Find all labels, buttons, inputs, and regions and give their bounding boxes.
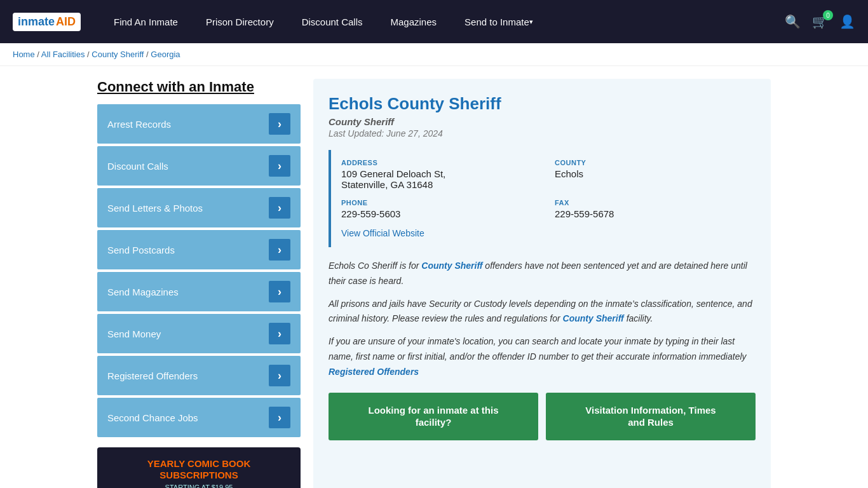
address-label: ADDRESS [341, 159, 542, 166]
sidebar-arrow-icon: › [269, 281, 290, 302]
sidebar-item-send-money[interactable]: Send Money › [97, 314, 301, 353]
registered-offenders-link[interactable]: Registered Offenders [329, 367, 419, 377]
facility-type: County Sheriff [329, 116, 756, 127]
cart-icon[interactable]: 🛒 0 [812, 14, 828, 29]
sidebar-item-label: Send Magazines [107, 287, 179, 297]
facility-info-box: ADDRESS 109 General Deloach St, Statenvi… [329, 150, 756, 247]
ad-starting: STARTING AT $19.95 [113, 484, 285, 488]
county-field: COUNTY Echols [555, 159, 756, 190]
sidebar-item-label: Discount Calls [107, 161, 168, 172]
description-para1: Echols Co Sheriff is for County Sheriff … [329, 259, 756, 289]
sidebar-item-discount-calls[interactable]: Discount Calls › [97, 146, 301, 186]
sidebar-item-send-magazines[interactable]: Send Magazines › [97, 272, 301, 311]
sidebar-arrow-icon: › [269, 155, 290, 177]
sidebar-ad[interactable]: YEARLY COMIC BOOK SUBSCRIPTIONS STARTING… [97, 447, 301, 488]
cart-badge: 0 [823, 10, 833, 20]
sidebar-item-label: Send Money [107, 329, 161, 339]
search-icon[interactable]: 🔍 [785, 14, 801, 29]
sidebar-item-send-letters[interactable]: Send Letters & Photos › [97, 188, 301, 227]
logo[interactable]: inmate AID [13, 13, 81, 31]
sidebar-item-label: Send Postcards [107, 245, 175, 255]
breadcrumb-home[interactable]: Home [13, 50, 35, 59]
phone-field: PHONE 229-559-5603 [341, 199, 542, 219]
description-para2: All prisons and jails have Security or C… [329, 297, 756, 327]
nav-send-to-inmate[interactable]: Send to Inmate [451, 0, 547, 43]
visitation-button[interactable]: Visitation Information, Times and Rules [546, 393, 756, 440]
find-inmate-button[interactable]: Looking for an inmate at this facility? [329, 393, 538, 440]
description: Echols Co Sheriff is for County Sheriff … [329, 259, 756, 380]
county-sheriff-link-2[interactable]: County Sheriff [563, 313, 624, 323]
sidebar-item-label: Second Chance Jobs [107, 412, 198, 423]
sidebar-arrow-icon: › [269, 197, 290, 219]
main-layout: Connect with an Inmate Arrest Records › … [85, 66, 783, 488]
sidebar-arrow-icon: › [269, 365, 290, 386]
breadcrumb-state[interactable]: Georgia [151, 50, 180, 59]
cta-buttons: Looking for an inmate at this facility? … [329, 393, 756, 440]
address-value: 109 General Deloach St, Statenville, GA … [341, 168, 542, 190]
breadcrumb-county-sheriff[interactable]: County Sheriff [92, 50, 144, 59]
sidebar-arrow-icon: › [269, 113, 290, 135]
nav-links: Find An Inmate Prison Directory Discount… [100, 0, 785, 43]
sidebar-arrow-icon: › [269, 239, 290, 261]
sidebar-item-send-postcards[interactable]: Send Postcards › [97, 230, 301, 269]
nav-prison-directory[interactable]: Prison Directory [192, 0, 288, 43]
website-field: View Official Website [341, 228, 756, 238]
view-website-link[interactable]: View Official Website [341, 228, 424, 238]
ad-title: YEARLY COMIC BOOK SUBSCRIPTIONS [113, 458, 285, 481]
sidebar-title: Connect with an Inmate [97, 79, 301, 95]
user-icon[interactable]: 👤 [839, 14, 855, 29]
facility-updated: Last Updated: June 27, 2024 [329, 128, 756, 139]
facility-name: Echols County Sheriff [329, 94, 756, 114]
sidebar-arrow-icon: › [269, 407, 290, 428]
breadcrumb-all-facilities[interactable]: All Facilities [41, 50, 85, 59]
phone-value: 229-559-5603 [341, 208, 542, 219]
nav-discount-calls[interactable]: Discount Calls [288, 0, 377, 43]
sidebar-arrow-icon: › [269, 323, 290, 344]
description-para3: If you are unsure of your inmate's locat… [329, 334, 756, 379]
sidebar-item-registered-offenders[interactable]: Registered Offenders › [97, 356, 301, 395]
sidebar-item-arrest-records[interactable]: Arrest Records › [97, 104, 301, 144]
sidebar-item-label: Send Letters & Photos [107, 203, 203, 214]
nav-magazines[interactable]: Magazines [377, 0, 451, 43]
sidebar-item-label: Registered Offenders [107, 370, 198, 381]
logo-aid-text: AID [56, 15, 76, 29]
county-label: COUNTY [555, 159, 756, 166]
county-sheriff-link-1[interactable]: County Sheriff [421, 261, 482, 271]
facility-content: Echols County Sheriff County Sheriff Las… [313, 79, 771, 488]
sidebar-item-second-chance-jobs[interactable]: Second Chance Jobs › [97, 398, 301, 437]
fax-field: FAX 229-559-5678 [555, 199, 756, 219]
address-field: ADDRESS 109 General Deloach St, Statenvi… [341, 159, 542, 190]
logo-inmate-text: inmate [18, 15, 55, 29]
county-value: Echols [555, 168, 756, 179]
sidebar-menu: Arrest Records › Discount Calls › Send L… [97, 104, 301, 437]
fax-value: 229-559-5678 [555, 208, 756, 219]
sidebar-item-label: Arrest Records [107, 119, 171, 130]
main-nav: inmate AID Find An Inmate Prison Directo… [0, 0, 868, 43]
sidebar: Connect with an Inmate Arrest Records › … [97, 79, 301, 488]
nav-find-inmate[interactable]: Find An Inmate [100, 0, 192, 43]
ad-content: YEARLY COMIC BOOK SUBSCRIPTIONS STARTING… [113, 458, 285, 488]
nav-icons: 🔍 🛒 0 👤 [785, 14, 855, 29]
breadcrumb: Home / All Facilities / County Sheriff /… [0, 43, 868, 66]
phone-label: PHONE [341, 199, 542, 207]
fax-label: FAX [555, 199, 756, 207]
